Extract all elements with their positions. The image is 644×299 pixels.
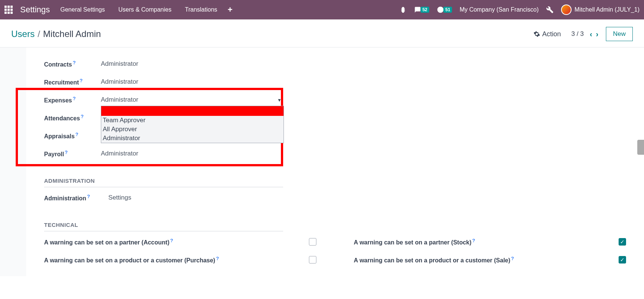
section-administration: ADMINISTRATION [44, 178, 283, 187]
label-administration: Administration? [44, 194, 108, 202]
dropdown-option-administrator[interactable]: Administrator [101, 134, 284, 143]
menu-translations[interactable]: Translations [182, 6, 220, 13]
next-icon[interactable]: › [596, 30, 598, 38]
new-button[interactable]: New [606, 27, 633, 41]
help-icon[interactable]: ? [73, 60, 76, 65]
chevron-down-icon[interactable]: ▼ [277, 98, 282, 103]
breadcrumb-current: Mitchell Admin [43, 29, 101, 39]
dropdown-option-blank[interactable] [101, 106, 284, 116]
dropdown-menu: Team Approver All Approver Administrator [101, 106, 284, 143]
dropdown-option-team-approver[interactable]: Team Approver [101, 116, 284, 125]
label-payroll: Payroll? [44, 150, 101, 158]
prev-icon[interactable]: ‹ [590, 30, 592, 38]
tech-label-stock-warning: A warning can be set on a partner (Stock… [354, 238, 604, 246]
help-icon[interactable]: ? [216, 256, 219, 261]
help-icon[interactable]: ? [472, 238, 475, 243]
tech-label-purchase-warning: A warning can be set on a product or a c… [44, 256, 294, 264]
plus-icon[interactable]: + [228, 5, 233, 15]
value-recruitment[interactable]: Administrator [101, 78, 626, 86]
value-contracts[interactable]: Administrator [101, 60, 626, 68]
help-icon[interactable]: ? [73, 96, 76, 101]
tech-label-sale-warning: A warning can be set on a product or a c… [354, 256, 604, 264]
help-icon[interactable]: ? [87, 194, 90, 199]
label-appraisals: Appraisals? [44, 132, 101, 140]
checkbox-stock-warning[interactable]: ✓ [619, 238, 626, 246]
value-payroll[interactable]: Administrator [101, 150, 626, 157]
checkbox-purchase-warning[interactable] [309, 256, 316, 263]
value-administration[interactable]: Settings [108, 194, 626, 201]
side-grip[interactable] [637, 140, 644, 155]
menu-users-companies[interactable]: Users & Companies [115, 6, 174, 13]
pager[interactable]: 3 / 3 [572, 30, 584, 38]
section-technical: TECHNICAL [44, 222, 283, 231]
label-expenses: Expenses? [44, 96, 101, 104]
help-icon[interactable]: ? [75, 132, 78, 137]
tech-label-account-warning: A warning can be set on a partner (Accou… [44, 238, 294, 246]
avatar [561, 4, 572, 15]
label-recruitment: Recruitment? [44, 78, 101, 86]
action-button[interactable]: Action [529, 28, 566, 40]
apps-menu-icon[interactable] [4, 6, 13, 14]
checkbox-sale-warning[interactable]: ✓ [619, 256, 626, 263]
breadcrumb: Users / Mitchell Admin [11, 29, 101, 39]
dropdown-option-all-approver[interactable]: All Approver [101, 125, 284, 134]
help-icon[interactable]: ? [65, 150, 68, 155]
action-label: Action [542, 30, 561, 38]
tools-icon[interactable] [546, 6, 554, 13]
user-name: Mitchell Admin (JULY_1) [575, 6, 640, 13]
company-switcher[interactable]: My Company (San Francisco) [459, 6, 539, 13]
help-icon[interactable]: ? [81, 114, 84, 119]
label-contracts: Contracts? [44, 60, 101, 68]
messaging-badge: 52 [421, 7, 429, 13]
breadcrumb-users[interactable]: Users [11, 29, 35, 39]
help-icon[interactable]: ? [80, 78, 83, 83]
help-icon[interactable]: ? [170, 238, 173, 243]
app-title: Settings [20, 5, 50, 15]
activity-icon[interactable]: 51 [437, 6, 452, 13]
expenses-dropdown[interactable]: Administrator ▼ Team Approver All Approv… [101, 96, 284, 104]
debug-icon[interactable] [400, 6, 406, 13]
messaging-icon[interactable]: 52 [414, 6, 429, 13]
help-icon[interactable]: ? [511, 256, 514, 261]
checkbox-account-warning[interactable] [309, 238, 316, 246]
label-attendances: Attendances? [44, 114, 101, 122]
breadcrumb-sep: / [38, 29, 40, 39]
user-menu[interactable]: Mitchell Admin (JULY_1) [561, 4, 640, 15]
activity-badge: 51 [443, 7, 452, 13]
dropdown-value: Administrator [101, 96, 146, 103]
menu-general-settings[interactable]: General Settings [58, 6, 108, 13]
